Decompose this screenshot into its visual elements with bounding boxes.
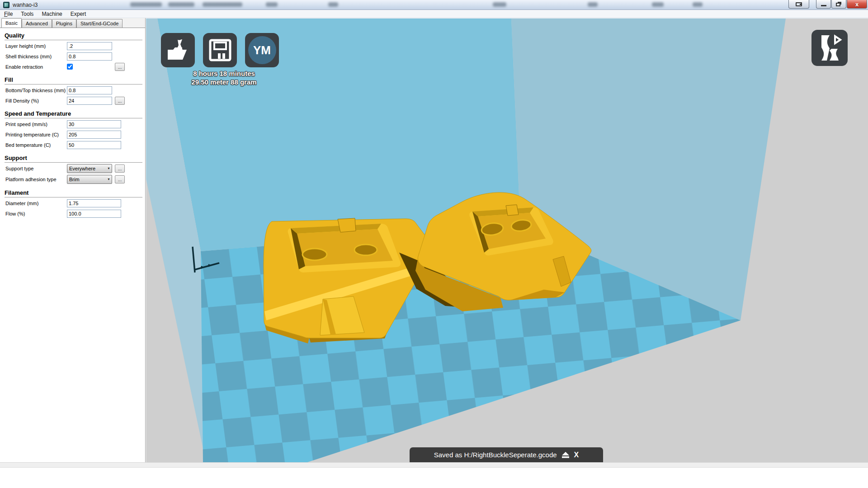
cura-window: wanhao-i3 x File Tools Machine Expert Ba… <box>0 0 868 488</box>
flow-input[interactable] <box>67 210 121 218</box>
saved-notification: Saved as H:/RightBuckleSeperate.gcode X <box>410 447 603 462</box>
screw-hole <box>302 249 327 260</box>
bottom-top-thickness-input[interactable] <box>67 86 112 94</box>
fill-density-input[interactable] <box>67 97 112 105</box>
save-toolpath-button[interactable] <box>203 33 237 67</box>
minimize-icon <box>821 5 826 6</box>
eject-icon[interactable] <box>561 451 570 459</box>
close-button[interactable]: x <box>847 0 867 9</box>
tab-basic[interactable]: Basic <box>1 18 22 28</box>
menu-file[interactable]: File <box>0 10 17 18</box>
platform-adhesion-dropdown[interactable]: Brim ▼ <box>67 175 112 184</box>
bed-temperature-input[interactable] <box>67 141 121 149</box>
print-summary: 8 hours 18 minutes 29.50 meter 88 gram <box>146 69 302 86</box>
aux-window-button[interactable] <box>788 0 809 9</box>
window-titlebar[interactable]: wanhao-i3 x <box>0 0 868 10</box>
view-mode-button[interactable] <box>811 30 848 66</box>
flow-label: Flow (%) <box>5 211 25 216</box>
close-icon: x <box>855 1 859 8</box>
fill-density-more-button[interactable]: ... <box>115 97 125 105</box>
chevron-down-icon: ▼ <box>107 167 110 170</box>
printing-temperature-input[interactable] <box>67 131 121 139</box>
window-title: wanhao-i3 <box>13 2 38 8</box>
tab-plugins[interactable]: Plugins <box>52 19 76 28</box>
settings-sidebar: Basic Advanced Plugins Start/End-GCode Q… <box>0 18 146 462</box>
printing-temperature-label: Printing temperature (C) <box>5 132 59 137</box>
support-more-button[interactable]: ... <box>115 164 125 173</box>
menu-expert[interactable]: Expert <box>66 10 90 18</box>
platform-adhesion-value: Brim <box>69 177 80 182</box>
enable-retraction-checkbox[interactable] <box>67 64 73 70</box>
screw-hole <box>354 244 377 255</box>
print-speed-label: Print speed (mm/s) <box>5 122 47 127</box>
app-icon <box>3 2 9 8</box>
window-bottom-edge <box>0 462 868 468</box>
tab-start-end-gcode[interactable]: Start/End-GCode <box>76 19 123 28</box>
minimize-button[interactable] <box>816 0 831 9</box>
setting-row: Print speed (mm/s) <box>0 119 145 130</box>
support-type-dropdown[interactable]: Everywhere ▼ <box>67 164 112 173</box>
bottom-top-thickness-label: Bottom/Top thickness (mm) <box>5 88 66 93</box>
enable-retraction-label: Enable retraction <box>5 64 43 70</box>
setting-row: Bottom/Top thickness (mm) <box>0 85 145 96</box>
setting-row: Bed temperature (C) <box>0 140 145 150</box>
setting-row: Diameter (mm) <box>0 198 145 209</box>
chevron-down-icon: ▼ <box>107 178 110 181</box>
setting-row: Platform adhesion type Brim ▼ ... <box>0 174 145 185</box>
print-time: 8 hours 18 minutes <box>146 69 302 78</box>
3d-viewport[interactable]: YM 8 hours 18 minutes 29.50 meter 88 gra… <box>146 18 868 462</box>
menu-tools[interactable]: Tools <box>17 10 38 18</box>
basic-settings-panel: Quality Layer height (mm) Shell thicknes… <box>0 28 145 462</box>
saved-notification-text: Saved as H:/RightBuckleSeperate.gcode <box>434 451 557 459</box>
print-material: 29.50 meter 88 gram <box>146 78 302 86</box>
display-icon <box>796 2 802 6</box>
bed-temperature-label: Bed temperature (C) <box>5 142 51 148</box>
restore-icon <box>836 3 840 6</box>
setting-row: Layer height (mm) <box>0 41 145 52</box>
layer-height-input[interactable] <box>67 42 112 50</box>
section-header-fill: Fill <box>5 76 142 84</box>
setting-row: Fill Density (%) ... <box>0 96 145 106</box>
viewport-toolbar: YM <box>161 33 279 67</box>
setting-row: Shell thickness (mm) <box>0 52 145 62</box>
section-header-quality: Quality <box>5 32 142 40</box>
load-model-icon <box>166 38 190 62</box>
view-mode-icon <box>811 30 848 66</box>
maximize-button[interactable] <box>831 0 846 9</box>
youmagine-label: YM <box>253 43 271 57</box>
section-header-speed-temperature: Speed and Temperature <box>5 110 142 118</box>
print-speed-input[interactable] <box>67 120 121 128</box>
notification-close-button[interactable]: X <box>574 451 579 459</box>
setting-row: Support type Everywhere ▼ ... <box>0 164 145 174</box>
tab-advanced[interactable]: Advanced <box>22 19 52 28</box>
diameter-input[interactable] <box>67 199 121 207</box>
diameter-label: Diameter (mm) <box>5 201 38 206</box>
shell-thickness-input[interactable] <box>67 52 112 61</box>
setting-row: Flow (%) <box>0 209 145 219</box>
section-header-filament: Filament <box>5 189 142 197</box>
adhesion-more-button[interactable]: ... <box>115 175 125 183</box>
setting-row: Printing temperature (C) <box>0 130 145 140</box>
support-type-value: Everywhere <box>69 166 95 171</box>
menu-bar: File Tools Machine Expert <box>0 10 868 18</box>
save-toolpath-icon <box>208 38 232 62</box>
load-model-button[interactable] <box>161 33 195 67</box>
fill-density-label: Fill Density (%) <box>5 98 39 103</box>
setting-row: Enable retraction ... <box>0 62 145 72</box>
share-youmagine-button[interactable]: YM <box>245 33 279 67</box>
retraction-more-button[interactable]: ... <box>115 63 125 71</box>
support-type-label: Support type <box>5 166 33 171</box>
platform-adhesion-label: Platform adhesion type <box>5 177 57 182</box>
tab-bar: Basic Advanced Plugins Start/End-GCode <box>0 18 145 28</box>
section-header-support: Support <box>5 155 142 163</box>
layer-height-label: Layer height (mm) <box>5 43 46 49</box>
menu-machine[interactable]: Machine <box>38 10 66 18</box>
shell-thickness-label: Shell thickness (mm) <box>5 54 52 59</box>
youmagine-icon: YM <box>248 36 276 64</box>
